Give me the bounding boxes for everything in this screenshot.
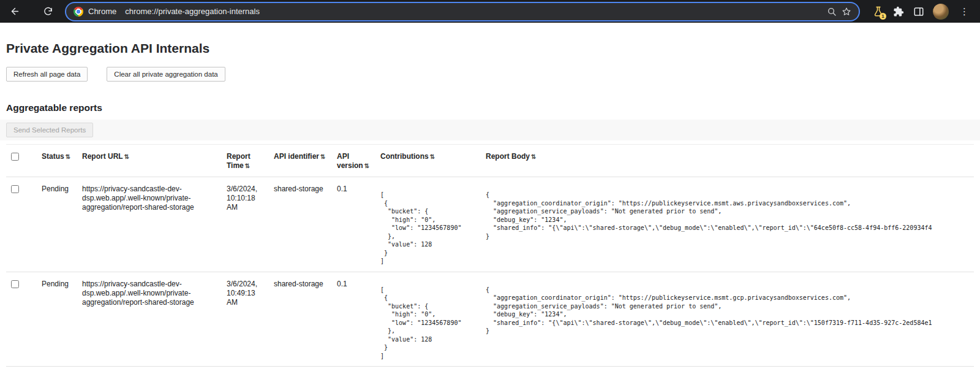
select-all-cell [6,145,37,177]
select-all-checkbox[interactable] [11,153,19,161]
page-actions: Refresh all page data Clear all private … [6,67,974,82]
cell-report-url: https://privacy-sandcastle-dev-dsp.web.a… [77,272,222,367]
extension-badge: 1 [880,13,886,20]
cell-report-body: { "aggregation_coordinator_origin": "htt… [481,177,974,272]
row-select-cell [6,272,37,367]
header-report-body[interactable]: Report Body⇅ [481,145,974,177]
header-contributions[interactable]: Contributions⇅ [375,145,481,177]
side-panel-icon [913,6,924,17]
reports-action-strip: Send Selected Reports [0,120,980,144]
row-checkbox[interactable] [11,185,19,193]
header-api-version[interactable]: API version⇅ [332,145,375,177]
bookmark-star-icon[interactable] [842,7,851,17]
profile-avatar[interactable] [933,4,949,20]
sort-icon: ⇅ [531,153,536,160]
section-title: Aggregatable reports [6,102,974,113]
puzzle-icon [893,6,904,17]
cell-report-body: { "aggregation_coordinator_origin": "htt… [481,272,974,367]
cell-contributions: [ { "bucket": { "high": "0", "low": "123… [375,177,481,272]
sort-icon: ⇅ [245,162,250,169]
cell-report-time: 3/6/2024, 10:10:18 AM [222,177,269,272]
extensions-button[interactable] [892,6,904,17]
reload-button[interactable] [39,3,56,20]
aggregatable-reports-table: Status⇅ Report URL⇅ Report Time⇅ API ide… [6,144,974,367]
table-row: Pending https://privacy-sandcastle-dev-d… [6,272,974,367]
page-title: Private Aggregation API Internals [6,41,974,56]
browser-menu-button[interactable]: ⋮ [957,6,971,17]
contributions-json: [ { "bucket": { "high": "0", "low": "123… [380,286,476,361]
kebab-menu-icon: ⋮ [960,6,969,17]
page-content: Private Aggregation API Internals Refres… [0,41,980,367]
reload-icon [43,6,53,17]
cell-api-version: 0.1 [332,272,375,367]
header-api-identifier[interactable]: API identifier⇅ [269,145,332,177]
header-report-time[interactable]: Report Time⇅ [222,145,269,177]
omnibox[interactable]: Chrome chrome://private-aggregation-inte… [66,3,859,20]
omnibox-site-label: Chrome [88,7,116,16]
sort-icon: ⇅ [364,162,369,169]
sort-icon: ⇅ [66,153,70,160]
contributions-json: [ { "bucket": { "high": "0", "low": "123… [380,191,476,265]
chrome-logo-icon [74,7,83,17]
table-header-row: Status⇅ Report URL⇅ Report Time⇅ API ide… [6,145,974,177]
report-body-json: { "aggregation_coordinator_origin": "htt… [486,286,969,335]
back-button[interactable] [6,3,23,20]
zoom-icon[interactable] [827,7,837,17]
sort-icon: ⇅ [124,153,129,160]
sort-icon: ⇅ [430,153,435,160]
cell-report-time: 3/6/2024, 10:49:13 AM [222,272,269,367]
header-status[interactable]: Status⇅ [37,145,77,177]
cell-status: Pending [37,272,77,367]
sort-icon: ⇅ [320,153,325,160]
row-checkbox[interactable] [11,280,19,288]
row-select-cell [6,177,37,272]
cell-api-identifier: shared-storage [269,272,332,367]
cell-status: Pending [37,177,77,272]
cell-contributions: [ { "bucket": { "high": "0", "low": "123… [375,272,481,367]
privacy-sandbox-extension-button[interactable]: 1 [872,6,884,17]
cell-api-version: 0.1 [332,177,375,272]
refresh-all-button[interactable]: Refresh all page data [6,67,88,82]
back-arrow-icon [10,6,20,17]
cell-api-identifier: shared-storage [269,177,332,272]
omnibox-url-text: chrome://private-aggregation-internals [125,7,260,16]
cell-report-url: https://privacy-sandcastle-dev-dsp.web.a… [77,177,222,272]
table-row: Pending https://privacy-sandcastle-dev-d… [6,177,974,272]
browser-toolbar: Chrome chrome://private-aggregation-inte… [0,0,980,23]
toolbar-right-cluster: 1 ⋮ [870,4,974,20]
clear-all-button[interactable]: Clear all private aggregation data [107,67,225,82]
send-selected-reports-button[interactable]: Send Selected Reports [6,123,93,137]
report-body-json: { "aggregation_coordinator_origin": "htt… [486,191,969,240]
side-panel-button[interactable] [913,6,924,17]
header-report-url[interactable]: Report URL⇅ [77,145,222,177]
